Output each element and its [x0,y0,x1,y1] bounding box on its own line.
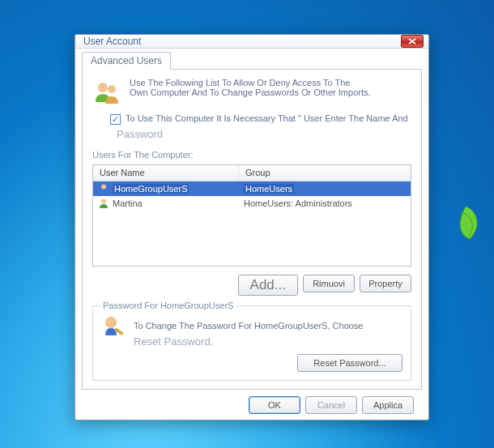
list-rows: HomeGroupUserS HomeUsers Martina HomeUse… [93,181,411,266]
svg-point-3 [101,199,106,204]
require-login-checkbox[interactable]: ✓ [110,114,121,125]
list-row[interactable]: Martina HomeUsers: Administrators [93,196,411,211]
users-icon [92,78,121,107]
key-icon [101,313,127,339]
password-line: To Change The Password For HomeGroupUser… [134,321,364,331]
col-header-group[interactable]: Group [239,165,411,181]
window-title: User Account [83,36,401,47]
client-area: Advanced Users Use The Following List To… [75,49,428,425]
add-button[interactable]: Add... [238,275,298,296]
intro-row: Use The Following List To Allow Or Deny … [92,78,411,107]
tabstrip: Advanced Users [82,52,422,70]
require-login-row: ✓ To Use This Computer It Is Necessary T… [110,113,411,125]
users-list[interactable]: User Name Group HomeGroupUserS HomeUsers [92,164,411,267]
property-button[interactable]: Property [360,275,411,292]
cell-group: HomeUsers [244,184,294,194]
close-icon [408,38,416,45]
svg-point-4 [105,317,117,328]
svg-point-2 [101,185,106,190]
users-list-caption: Users For The Computer: [92,150,411,160]
intro-text: Use The Following List To Allow Or Deny … [130,78,371,97]
cancel-button[interactable]: Cancel [305,396,357,414]
user-icon [98,198,109,209]
cell-user: HomeGroupUserS [113,184,189,194]
password-groupbox: Password For HomeGroupUserS To Change Th… [92,305,411,381]
list-buttons: Add... Rimuovi Property [92,275,411,296]
dialog-buttons: OK Cancel Applica [82,390,422,419]
reset-password-line: Reset Password. [134,335,402,348]
require-login-label: To Use This Computer It Is Necessary Tha… [126,113,408,123]
list-header: User Name Group [93,165,411,181]
user-account-window: User Account Advanced Users [75,34,429,420]
check-icon: ✓ [112,115,119,124]
tab-advanced-users[interactable]: Advanced Users [82,52,171,70]
intro-line1: Use The Following List To Allow Or Deny … [130,78,371,87]
cell-group: HomeUsers: Administrators [239,198,411,208]
svg-point-1 [108,85,116,93]
desktop-decoration [445,203,486,243]
apply-button[interactable]: Applica [362,396,414,414]
reset-password-button[interactable]: Reset Password... [297,354,402,372]
user-icon [98,183,109,194]
svg-point-0 [98,83,108,92]
list-row[interactable]: HomeGroupUserS HomeUsers [93,181,411,196]
tabpanel-advanced-users: Use The Following List To Allow Or Deny … [82,69,422,390]
cell-user: Martina [113,198,143,208]
ok-button[interactable]: OK [249,396,300,414]
password-group-title: Password For HomeGroupUserS [100,301,236,310]
password-word: Password [117,128,411,140]
col-header-user[interactable]: User Name [93,165,239,181]
remove-button[interactable]: Rimuovi [303,275,355,292]
close-button[interactable] [401,35,424,48]
intro-line2: Own Computer And To Change Passwords Or … [130,87,371,97]
titlebar: User Account [75,35,428,49]
